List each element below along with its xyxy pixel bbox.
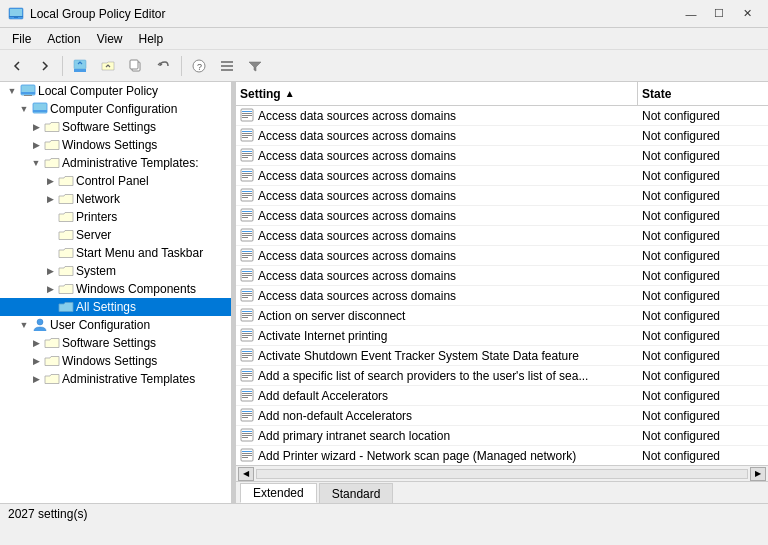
setting-text: Access data sources across domains — [258, 169, 456, 183]
setting-text: Add non-default Accelerators — [258, 409, 412, 423]
filter-button[interactable] — [242, 53, 268, 79]
table-row[interactable]: Action on server disconnect Not configur… — [236, 306, 768, 326]
menu-help[interactable]: Help — [131, 30, 172, 48]
tree-node-network[interactable]: ▶ Network — [0, 190, 231, 208]
help-button[interactable]: ? — [186, 53, 212, 79]
tree-node-all-settings[interactable]: ▶ All Settings — [0, 298, 231, 316]
expand-icon-windows-settings-user: ▶ — [28, 353, 44, 369]
expand-icon-root: ▼ — [4, 83, 20, 99]
table-row[interactable]: Access data sources across domains Not c… — [236, 206, 768, 226]
svg-rect-96 — [242, 411, 252, 412]
cell-state: Not configured — [638, 349, 768, 363]
back-button[interactable] — [4, 53, 30, 79]
tab-standard[interactable]: Standard — [319, 483, 394, 503]
table-row[interactable]: Access data sources across domains Not c… — [236, 286, 768, 306]
server-icon — [58, 227, 74, 243]
svg-rect-108 — [242, 455, 252, 456]
svg-rect-48 — [242, 215, 252, 216]
table-row[interactable]: Access data sources across domains Not c… — [236, 166, 768, 186]
setting-text: Access data sources across domains — [258, 289, 456, 303]
tree-node-system[interactable]: ▶ System — [0, 262, 231, 280]
svg-rect-72 — [242, 313, 252, 314]
table-row[interactable]: Access data sources across domains Not c… — [236, 106, 768, 126]
tree-node-server[interactable]: ▶ Server — [0, 226, 231, 244]
table-row[interactable]: Add a specific list of search providers … — [236, 366, 768, 386]
tree-node-windows-settings[interactable]: ▶ Windows Settings — [0, 136, 231, 154]
svg-rect-69 — [242, 297, 248, 298]
menu-view[interactable]: View — [89, 30, 131, 48]
table-row[interactable]: Activate Internet printing Not configure… — [236, 326, 768, 346]
expand-icon-system: ▶ — [42, 263, 58, 279]
copy-button[interactable] — [123, 53, 149, 79]
main-area: ▼ Local Computer Policy ▼ Computer Confi… — [0, 82, 768, 503]
cell-state: Not configured — [638, 109, 768, 123]
svg-rect-3 — [12, 18, 20, 19]
tree-node-windows-components[interactable]: ▶ Windows Components — [0, 280, 231, 298]
user-config-icon — [32, 317, 48, 333]
menu-file[interactable]: File — [4, 30, 39, 48]
svg-rect-26 — [242, 131, 252, 132]
svg-rect-57 — [242, 253, 252, 254]
table-body: Access data sources across domains Not c… — [236, 106, 768, 465]
close-button[interactable]: ✕ — [734, 4, 760, 24]
svg-rect-58 — [242, 255, 252, 256]
cell-setting: Add primary intranet search location — [236, 428, 638, 444]
sort-icon: ▲ — [285, 88, 295, 99]
tree-node-start-menu[interactable]: ▶ Start Menu and Taskbar — [0, 244, 231, 262]
tab-extended[interactable]: Extended — [240, 483, 317, 503]
cell-state: Not configured — [638, 449, 768, 463]
view-button[interactable] — [214, 53, 240, 79]
tree-node-computer-config[interactable]: ▼ Computer Configuration — [0, 100, 231, 118]
scroll-left-button[interactable]: ◀ — [238, 467, 254, 481]
svg-rect-11 — [221, 61, 233, 63]
svg-rect-33 — [242, 155, 252, 156]
undo-button[interactable] — [151, 53, 177, 79]
table-row[interactable]: Access data sources across domains Not c… — [236, 226, 768, 246]
up-folder-button[interactable] — [95, 53, 121, 79]
setting-text: Activate Internet printing — [258, 329, 387, 343]
windows-settings-label: Windows Settings — [62, 138, 157, 152]
table-row[interactable]: Access data sources across domains Not c… — [236, 266, 768, 286]
tree-node-admin-templates[interactable]: ▼ Administrative Templates: — [0, 154, 231, 172]
table-row[interactable]: Add primary intranet search location Not… — [236, 426, 768, 446]
cell-setting: Access data sources across domains — [236, 148, 638, 164]
scroll-track[interactable] — [256, 469, 748, 479]
table-row[interactable]: Access data sources across domains Not c… — [236, 126, 768, 146]
cell-state: Not configured — [638, 129, 768, 143]
tree-node-windows-settings-user[interactable]: ▶ Windows Settings — [0, 352, 231, 370]
forward-button[interactable] — [32, 53, 58, 79]
expand-icon-windows-settings: ▶ — [28, 137, 44, 153]
table-row[interactable]: Add non-default Accelerators Not configu… — [236, 406, 768, 426]
svg-rect-31 — [242, 151, 252, 152]
tree-node-root[interactable]: ▼ Local Computer Policy — [0, 82, 231, 100]
svg-rect-27 — [242, 133, 252, 134]
setting-text: Access data sources across domains — [258, 229, 456, 243]
tree-node-software-settings[interactable]: ▶ Software Settings — [0, 118, 231, 136]
setting-text: Access data sources across domains — [258, 149, 456, 163]
minimize-button[interactable]: — — [678, 4, 704, 24]
column-header-state[interactable]: State — [638, 82, 768, 105]
scroll-right-button[interactable]: ▶ — [750, 467, 766, 481]
app-icon — [8, 6, 24, 22]
table-row[interactable]: Access data sources across domains Not c… — [236, 246, 768, 266]
column-header-setting[interactable]: Setting ▲ — [236, 82, 638, 105]
tree-node-admin-templates-user[interactable]: ▶ Administrative Templates — [0, 370, 231, 388]
table-row[interactable]: Activate Shutdown Event Tracker System S… — [236, 346, 768, 366]
maximize-button[interactable]: ☐ — [706, 4, 732, 24]
cell-setting: Add default Accelerators — [236, 388, 638, 404]
tree-node-user-config[interactable]: ▼ User Configuration — [0, 316, 231, 334]
table-row[interactable]: Add default Accelerators Not configured — [236, 386, 768, 406]
table-row[interactable]: Access data sources across domains Not c… — [236, 146, 768, 166]
windows-settings-user-icon — [44, 353, 60, 369]
tree-node-software-settings-user[interactable]: ▶ Software Settings — [0, 334, 231, 352]
setting-text: Add Printer wizard - Network scan page (… — [258, 449, 576, 463]
table-row[interactable]: Access data sources across domains Not c… — [236, 186, 768, 206]
cell-state: Not configured — [638, 189, 768, 203]
horizontal-scrollbar[interactable]: ◀ ▶ — [236, 465, 768, 481]
policy-icon — [240, 128, 254, 144]
menu-action[interactable]: Action — [39, 30, 88, 48]
up-button[interactable] — [67, 53, 93, 79]
table-row[interactable]: Add Printer wizard - Network scan page (… — [236, 446, 768, 465]
tree-node-control-panel[interactable]: ▶ Control Panel — [0, 172, 231, 190]
tree-node-printers[interactable]: ▶ Printers — [0, 208, 231, 226]
